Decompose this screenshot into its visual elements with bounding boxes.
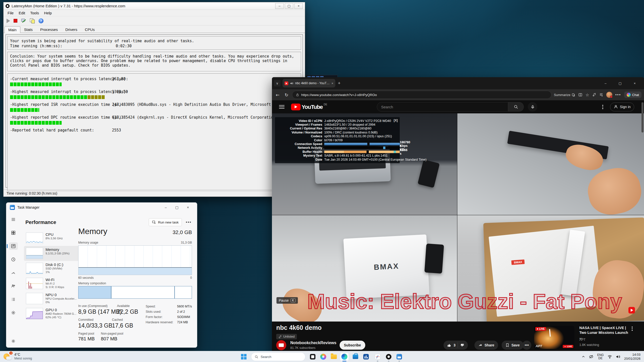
nav-app-history-icon[interactable] xyxy=(9,256,18,263)
latencymon-titlebar[interactable]: LatencyMon (Home Edition ) v 7.31 - http… xyxy=(4,2,305,10)
run-new-task-button[interactable]: Run new task xyxy=(149,218,182,226)
tab-stats[interactable]: Stats xyxy=(20,26,36,33)
profile-avatar[interactable] xyxy=(606,92,612,98)
channel-name[interactable]: NotebookcheckReviews xyxy=(290,341,336,345)
settings-gear-icon[interactable] xyxy=(9,337,18,345)
volume-icon[interactable] xyxy=(616,354,620,359)
list-item-npu[interactable]: NPU 0 NPU Compute Acceler... 0% xyxy=(24,291,80,306)
back-icon[interactable]: ← xyxy=(274,92,281,98)
list-item-gpu[interactable]: GPU 0 AMD Radeon 780M G... 62% (45 °C) xyxy=(24,306,80,321)
stop-monitor-icon[interactable] xyxy=(14,19,17,23)
voice-search-button[interactable] xyxy=(528,102,537,112)
split-screen-icon[interactable] xyxy=(578,93,582,97)
minimize-button[interactable]: – xyxy=(598,79,613,87)
list-item-cpu[interactable]: CPU 8% 3,56 GHz xyxy=(24,231,80,246)
search-button[interactable] xyxy=(508,102,524,112)
suggested-video-thumbnail[interactable]: LIVE APT LIVE xyxy=(534,326,574,349)
file-explorer-icon[interactable] xyxy=(330,353,338,361)
wifi-icon[interactable] xyxy=(608,354,612,359)
address-bar[interactable]: https://www.youtube.com/watch?v=J-x8HPyQ… xyxy=(292,91,551,99)
microsoft-store-icon[interactable] xyxy=(351,353,360,361)
menu-tools[interactable]: Tools xyxy=(28,10,42,16)
thumbs-up-icon[interactable] xyxy=(447,343,452,347)
favorites-star-icon[interactable]: ☆ xyxy=(585,93,589,97)
suggested-video-menu-icon[interactable] xyxy=(632,327,633,331)
list-item-wifi[interactable]: Wi-Fi Wi-Fi 2 S: 0 R: 0 Kbps xyxy=(24,276,80,291)
maximize-button[interactable]: ▢ xyxy=(285,3,293,9)
nav-menu-icon[interactable] xyxy=(9,216,18,223)
tab-cpus[interactable]: CPUs xyxy=(81,26,98,33)
youtube-watermark-icon[interactable] xyxy=(628,307,635,313)
analyze-icon[interactable] xyxy=(21,18,26,24)
nav-details-icon[interactable] xyxy=(9,296,18,303)
start-button[interactable] xyxy=(239,353,248,361)
help-icon[interactable]: ? xyxy=(38,18,44,23)
copilot-icon[interactable] xyxy=(319,353,328,361)
tab-processes[interactable]: Processes xyxy=(36,26,62,33)
browser-more-icon[interactable]: ••• xyxy=(615,93,621,97)
chat-button[interactable]: Chat xyxy=(624,92,641,98)
sign-in-button[interactable]: Sign in xyxy=(610,103,634,111)
refresh-icon[interactable]: ↻ xyxy=(283,92,290,98)
tab-drivers[interactable]: Drivers xyxy=(62,26,81,33)
taskbar-search[interactable]: Search xyxy=(251,352,305,361)
minimize-button[interactable]: – xyxy=(275,3,284,9)
edge-browser-icon[interactable] xyxy=(340,353,349,361)
youtube-menu-icon[interactable] xyxy=(279,105,285,109)
close-button[interactable]: × xyxy=(182,203,193,212)
stats-close-button[interactable]: [X] xyxy=(394,119,398,122)
menu-edit[interactable]: Edit xyxy=(16,10,28,16)
list-item-disk[interactable]: Disk 0 (C:) SSD (NVMe) 1% xyxy=(24,261,80,276)
tray-chevron-icon[interactable] xyxy=(582,355,585,358)
menu-help[interactable]: Help xyxy=(42,10,54,16)
video-player[interactable]: BMAX BMAX [X] Video ID / sCPNJ-x8HPyQROo… xyxy=(272,113,644,322)
nav-startup-icon[interactable] xyxy=(9,269,18,277)
list-item-memory[interactable]: Memory 9,1/31,3 GB (29%) xyxy=(24,246,80,261)
tab-search-chevron-icon[interactable]: ∨ xyxy=(274,80,280,86)
tab-audio-icon[interactable] xyxy=(290,82,293,85)
subscribe-button[interactable]: Subscribe xyxy=(340,341,365,350)
save-button[interactable]: Save xyxy=(502,341,524,350)
close-button[interactable]: × xyxy=(294,3,303,9)
taskbar-widgets-app-icon[interactable] xyxy=(308,353,317,361)
task-manager-titlebar[interactable]: Task Manager – ▢ × xyxy=(6,203,197,212)
youtube-settings-icon[interactable] xyxy=(602,105,603,109)
language-switcher[interactable]: ENGDE xyxy=(597,353,604,360)
more-options-button[interactable]: ••• xyxy=(184,218,193,226)
tab-close-icon[interactable]: × xyxy=(331,81,333,85)
latencymon-taskbar-icon[interactable] xyxy=(384,353,393,361)
eye-off-icon[interactable] xyxy=(589,354,593,359)
like-dislike-buttons[interactable]: 3 xyxy=(444,341,468,350)
task-manager-taskbar-icon[interactable] xyxy=(395,353,404,361)
media-hub-icon[interactable] xyxy=(592,93,596,97)
nav-services-icon[interactable] xyxy=(9,309,18,316)
thumbs-down-icon[interactable] xyxy=(460,343,464,347)
nav-processes-icon[interactable] xyxy=(9,229,18,237)
summarize-button[interactable]: Summarize xyxy=(554,93,576,97)
channel-avatar[interactable] xyxy=(276,340,286,350)
browser-tab[interactable]: nbc 4k60 demo - YouTube × xyxy=(283,79,335,87)
maximize-button[interactable]: ▢ xyxy=(171,203,182,212)
nav-users-icon[interactable] xyxy=(9,282,18,290)
suggested-video-channel[interactable]: APT xyxy=(579,338,585,341)
minimize-button[interactable]: – xyxy=(160,203,171,212)
benchmark-app-icon[interactable] xyxy=(362,353,370,361)
maximize-button[interactable]: ▢ xyxy=(613,79,627,87)
report-icon[interactable] xyxy=(30,18,35,23)
suggested-video-title[interactable]: NASA LIVE | SpaceX LIVE | Two Lunar Miss… xyxy=(579,326,630,340)
close-button[interactable]: × xyxy=(627,79,642,87)
taskbar-weather-widget[interactable]: 3 4°C Meist sonnig xyxy=(3,352,32,361)
memory-composition-bar[interactable] xyxy=(78,286,192,299)
search-input[interactable] xyxy=(377,102,508,112)
video-more-button[interactable]: ••• xyxy=(522,341,531,350)
tab-main[interactable]: Main xyxy=(5,26,20,33)
share-button[interactable]: Share xyxy=(474,341,498,350)
menu-file[interactable]: File xyxy=(5,10,16,16)
collections-icon[interactable] xyxy=(599,93,603,97)
taskbar-clock[interactable]: 14:03 20/01/2026 xyxy=(624,353,640,361)
page-scrollbar[interactable] xyxy=(641,102,643,132)
start-monitor-icon[interactable] xyxy=(7,19,10,23)
snipping-tool-icon[interactable] xyxy=(373,353,382,361)
new-tab-button[interactable]: + xyxy=(338,81,341,86)
nav-performance-icon[interactable] xyxy=(9,242,18,250)
